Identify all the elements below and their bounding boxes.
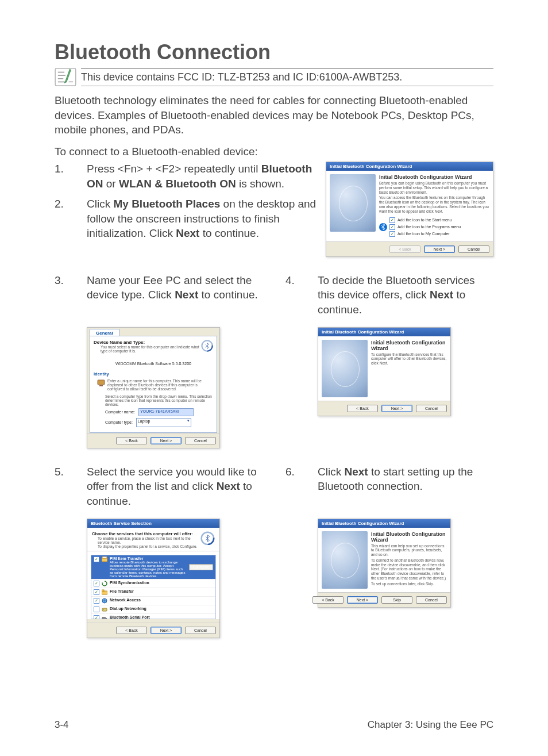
- service-sub: To enable a service, place a check in th…: [98, 536, 200, 544]
- bluetooth-icon: [379, 223, 387, 231]
- checkbox-label[interactable]: Add the icon to the Start menu: [398, 218, 452, 222]
- next-button[interactable]: Next >: [381, 405, 412, 412]
- step-number: 2.: [55, 197, 87, 241]
- back-button[interactable]: < Back: [116, 437, 147, 444]
- wizard-paragraph: You can access the Bluetooth features on…: [379, 195, 489, 213]
- screenshot-wizard-services-intro: Initial Bluetooth Configuration Wizard I…: [318, 327, 451, 416]
- screenshot-wizard-intro: Initial Bluetooth Configuration Wizard I…: [326, 162, 493, 257]
- window-title: Initial Bluetooth Configuration Wizard: [318, 328, 450, 336]
- step-number: 5.: [55, 465, 87, 512]
- cancel-button[interactable]: Cancel: [416, 405, 447, 412]
- wizard-paragraph: To connect to another Bluetooth device n…: [371, 558, 447, 581]
- service-sub: To display the properties panel for a se…: [98, 544, 200, 548]
- step-number: 4.: [285, 273, 318, 320]
- svg-rect-4: [99, 385, 103, 386]
- tab-general[interactable]: General: [90, 329, 119, 336]
- window-title: Initial Bluetooth Configuration Wizard: [318, 519, 450, 528]
- step-5-text: Select the service you would like to off…: [87, 465, 263, 512]
- file-transfer-icon: [102, 589, 107, 595]
- identity-desc: Enter a unique name for this computer. T…: [107, 379, 213, 391]
- back-button[interactable]: < Back: [312, 596, 344, 604]
- next-button[interactable]: Next >: [150, 627, 182, 634]
- svg-rect-13: [103, 609, 104, 609]
- cancel-button[interactable]: Cancel: [185, 437, 216, 444]
- next-button[interactable]: Next >: [424, 245, 455, 253]
- intro-paragraph: Bluetooth technology eliminates the need…: [55, 93, 493, 137]
- service-item[interactable]: ✓ Network Access: [91, 597, 215, 605]
- note-icon: [55, 68, 76, 86]
- step-3-text: Name your Eee PC and select the device t…: [87, 273, 263, 320]
- serial-port-icon: [102, 615, 107, 619]
- computer-type-label: Computer type:: [105, 420, 133, 424]
- bluetooth-ring-icon: [201, 340, 213, 356]
- wizard-paragraph: To configure the Bluetooth services that…: [371, 352, 447, 366]
- type-desc: Select a computer type from the drop-dow…: [105, 394, 213, 406]
- wizard-heading: Initial Bluetooth Configuration Wizard: [379, 174, 489, 180]
- network-access-icon: [102, 598, 107, 604]
- screenshot-device-name: General Device Name and Type: You must s…: [87, 327, 220, 448]
- screenshot-wizard-final: Initial Bluetooth Configuration Wizard I…: [318, 519, 451, 608]
- section-sub: You must select a name for this computer…: [101, 345, 201, 353]
- step-2-text: Click My Bluetooth Places on the desktop…: [87, 197, 317, 241]
- lead-line: To connect to a Bluetooth-enabled device…: [55, 145, 493, 158]
- svg-rect-12: [102, 608, 107, 611]
- cancel-button[interactable]: Cancel: [185, 627, 216, 634]
- computer-icon: [97, 379, 105, 387]
- wizard-paragraph: Before you can begin using Bluetooth on …: [379, 181, 489, 194]
- svg-rect-3: [98, 380, 105, 385]
- service-item[interactable]: Dial-up Networking: [91, 605, 215, 614]
- configure-button[interactable]: Configure: [189, 564, 213, 570]
- svg-rect-8: [102, 557, 107, 558]
- wizard-paragraph: To set up connections later, click Skip.: [371, 582, 447, 586]
- step-6-text: Click Next to start setting up the Bluet…: [318, 465, 493, 512]
- checkbox-label[interactable]: Add the icon to My Computer: [398, 232, 450, 236]
- step-1-text: Press <Fn> + <F2> repeatedly until Bluet…: [87, 162, 317, 191]
- page-number: 3-4: [55, 719, 69, 731]
- back-button[interactable]: < Back: [347, 405, 378, 412]
- pim-sync-icon: [102, 581, 107, 586]
- note-text: This device contains FCC ID: TLZ-BT253 a…: [81, 68, 493, 86]
- svg-rect-10: [102, 590, 104, 592]
- software-version: WIDCOMM Bluetooth Software 5.5.0.3200: [94, 362, 213, 366]
- dialup-icon: [102, 607, 107, 612]
- step-4-text: To decide the Bluetooth services this de…: [318, 273, 493, 320]
- page-footer: 3-4 Chapter 3: Using the Eee PC: [55, 719, 493, 731]
- service-item[interactable]: ✓ PIM Item Transfer Allow remote Bluetoo…: [91, 555, 215, 580]
- identity-label: Identity: [94, 371, 213, 377]
- wizard-heading: Initial Bluetooth Configuration Wizard: [371, 531, 447, 543]
- chapter-label: Chapter 3: Using the Eee PC: [368, 719, 493, 731]
- window-title: Bluetooth Service Selection: [87, 519, 219, 528]
- screenshot-service-selection: Bluetooth Service Selection Choose the s…: [87, 519, 220, 638]
- section-heading: Device Name and Type:: [94, 340, 201, 345]
- wizard-heading: Initial Bluetooth Configuration Wizard: [371, 340, 447, 351]
- computer-name-input[interactable]: YOUR1-7E41AR5AM: [138, 408, 194, 416]
- page-title: Bluetooth Connection: [55, 40, 493, 64]
- next-button[interactable]: Next >: [347, 596, 378, 604]
- note-callout: This device contains FCC ID: TLZ-BT253 a…: [55, 68, 493, 86]
- service-item[interactable]: ✓ PIM Synchronization: [91, 580, 215, 588]
- wizard-globe-graphic: [322, 340, 368, 397]
- service-item[interactable]: ✓ Bluetooth Serial Port: [91, 614, 215, 619]
- cancel-button[interactable]: Cancel: [458, 245, 489, 253]
- svg-rect-0: [55, 68, 76, 86]
- next-button[interactable]: Next >: [150, 437, 182, 444]
- window-title: Initial Bluetooth Configuration Wizard: [326, 162, 493, 171]
- service-list[interactable]: ✓ PIM Item Transfer Allow remote Bluetoo…: [91, 555, 216, 619]
- step-number: 6.: [285, 465, 318, 512]
- skip-button[interactable]: Skip: [381, 596, 412, 604]
- back-button[interactable]: < Back: [116, 627, 147, 634]
- back-button: < Back: [389, 245, 420, 253]
- cancel-button[interactable]: Cancel: [416, 596, 447, 604]
- computer-name-label: Computer name:: [105, 410, 135, 414]
- step-number: 1.: [55, 162, 87, 191]
- service-head: Choose the services that this computer w…: [92, 531, 200, 536]
- wizard-globe-graphic: [330, 174, 376, 232]
- computer-type-select[interactable]: Laptop: [136, 418, 191, 427]
- bluetooth-ring-icon: [200, 531, 215, 547]
- wizard-paragraph: This wizard can help you set up connecti…: [371, 544, 447, 557]
- step-number: 3.: [55, 273, 87, 320]
- service-item[interactable]: ✓ File Transfer: [91, 588, 215, 597]
- checkbox-label[interactable]: Add the icon to the Programs menu: [398, 225, 461, 229]
- pim-transfer-icon: [102, 557, 107, 562]
- wizard-globe-graphic: [322, 531, 368, 589]
